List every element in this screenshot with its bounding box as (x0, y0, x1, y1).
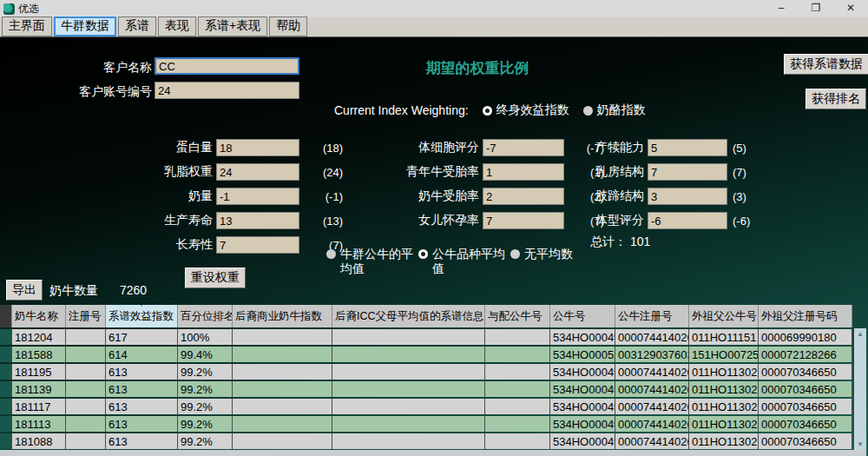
menu-tab[interactable]: 主界面 (2, 17, 52, 36)
menu-tab[interactable]: 表现 (158, 17, 196, 36)
column-header[interactable]: 奶牛名称 (12, 305, 66, 327)
row-selector[interactable] (0, 347, 12, 362)
weight-row: 体型评分(-6) (529, 208, 767, 233)
table-cell (485, 329, 550, 345)
table-cell: 534HO00049 (550, 416, 615, 432)
table-cell: 534HO00049 (550, 433, 615, 449)
radio-icon[interactable] (418, 249, 428, 259)
column-header[interactable]: 外祖父公牛号 (689, 305, 759, 327)
radio-icon[interactable] (583, 106, 593, 116)
menu-tab[interactable]: 系谱 (118, 17, 156, 36)
reset-weights-button[interactable]: 重设权重 (185, 268, 246, 288)
column-header[interactable]: 外祖父注册号码 (759, 305, 852, 327)
table-cell: 000070346650 (759, 364, 852, 380)
weight-reference: (-6) (733, 215, 767, 228)
table-cell (233, 329, 332, 345)
index-weighting-label: Current Index Weighting: (334, 103, 469, 117)
window-controls: – ❐ ✕ (764, 0, 868, 17)
table-cell: 003129037603 (615, 347, 689, 362)
table-cell: 000070346650 (759, 416, 852, 432)
table-cell: 181139 (12, 381, 66, 397)
table-cell: 000074414026 (615, 381, 689, 397)
table-row[interactable]: 18111761399.2%534HO00049000074414026011H… (0, 399, 852, 414)
weight-input[interactable] (216, 188, 299, 205)
avg-option-none[interactable]: 无平均数 (510, 247, 573, 261)
table-cell: 000069990180 (759, 329, 852, 345)
weight-input[interactable] (216, 236, 299, 254)
minimize-icon[interactable]: – (764, 0, 799, 17)
weight-input[interactable] (216, 139, 299, 156)
column-header[interactable]: 公牛号 (550, 305, 615, 327)
radio-label: 公牛品种平均值 (432, 247, 507, 276)
radio-label: 奶酪指数 (597, 102, 646, 118)
avg-option-herd[interactable]: 牛群公牛的平均值 (326, 247, 415, 276)
horizontal-scrollbar[interactable] (0, 450, 866, 456)
weight-input[interactable] (648, 163, 727, 181)
radio-icon[interactable] (483, 106, 492, 116)
weight-label: 体细胞评分 (365, 140, 479, 155)
weight-label: 生产寿命 (52, 213, 213, 228)
column-header[interactable]: 公牛注册号 (615, 305, 689, 327)
weight-input[interactable] (648, 212, 727, 229)
row-selector[interactable] (0, 364, 12, 380)
row-selector[interactable] (0, 416, 12, 432)
row-selector[interactable] (0, 433, 12, 449)
scroll-down-icon[interactable]: ▼ (857, 440, 864, 448)
table-cell: 99.2% (178, 364, 233, 380)
weight-reference: (3) (733, 190, 767, 203)
weight-label: 女儿怀孕率 (365, 213, 479, 228)
weight-input[interactable] (648, 188, 727, 205)
weight-row: 肢蹄结构(3) (529, 184, 767, 208)
vertical-scrollbar[interactable]: ▲ ▼ (854, 328, 866, 450)
table-row[interactable]: 18158861499.4%534HO00052003129037603151H… (0, 347, 852, 362)
client-account-input[interactable] (155, 82, 299, 99)
radio-icon[interactable] (510, 249, 520, 259)
column-header[interactable]: 后裔ICC父母平均值的系谱信息 (332, 305, 485, 327)
row-selector[interactable] (0, 329, 12, 345)
table-row[interactable]: 18119561399.2%534HO00049000074414026011H… (0, 364, 852, 380)
table-cell: 614 (106, 347, 178, 362)
weight-input[interactable] (648, 139, 727, 156)
close-icon[interactable]: ✕ (833, 0, 868, 17)
column-header[interactable]: 百分位排名 (178, 305, 233, 327)
table-cell: 151HO00725 (689, 347, 759, 362)
row-selector[interactable] (0, 305, 12, 327)
menu-tab[interactable]: 牛群数据 (54, 17, 116, 36)
table-row[interactable]: 18113961399.2%534HO00049000074414026011H… (0, 381, 852, 397)
get-pedigree-button[interactable]: 获得系谱数据 (784, 54, 868, 75)
weight-input[interactable] (216, 212, 299, 229)
column-header[interactable]: 后裔商业奶牛指数 (233, 305, 332, 327)
weight-input[interactable] (216, 163, 299, 181)
avg-option-breed[interactable]: 公牛品种平均值 (418, 247, 507, 276)
table-cell: 534HO00049 (550, 381, 615, 397)
table-cell (332, 381, 485, 397)
get-ranking-button[interactable]: 获得排名 (806, 89, 866, 109)
radio-label: 无平均数 (524, 247, 573, 261)
table-cell (66, 433, 106, 449)
total-value: 101 (630, 235, 650, 248)
table-cell: 534HO00052 (550, 347, 615, 362)
column-header[interactable]: 系谱效益指数 (106, 305, 178, 327)
table-cell: 534HO00049 (550, 364, 615, 380)
table-cell (332, 329, 485, 345)
table-cell (233, 399, 332, 414)
column-header[interactable]: 注册号 (66, 305, 106, 327)
weight-reference: (5) (733, 142, 767, 155)
table-cell: 011HO11302 (689, 433, 759, 449)
export-button[interactable]: 导出 (6, 280, 43, 301)
client-name-input[interactable] (155, 57, 299, 75)
scroll-up-icon[interactable]: ▲ (857, 330, 864, 338)
radio-icon[interactable] (326, 249, 336, 259)
table-cell (66, 364, 106, 380)
table-row[interactable]: 18111361399.2%534HO00049000074414026011H… (0, 416, 852, 432)
table-row[interactable]: 181204617100%534HO00049000074414026011HO… (0, 329, 852, 345)
column-header[interactable]: 与配公牛号 (485, 305, 550, 327)
row-selector[interactable] (0, 399, 12, 414)
menu-tab[interactable]: 系谱+表现 (198, 17, 267, 36)
restore-icon[interactable]: ❐ (799, 0, 833, 17)
table-row[interactable]: 18108861399.2%534HO00049000074414026011H… (0, 433, 852, 449)
row-selector[interactable] (0, 381, 12, 397)
menu-tab[interactable]: 帮助 (269, 17, 307, 36)
table-cell (332, 416, 485, 432)
table-cell: 011HO11151 (689, 329, 759, 345)
